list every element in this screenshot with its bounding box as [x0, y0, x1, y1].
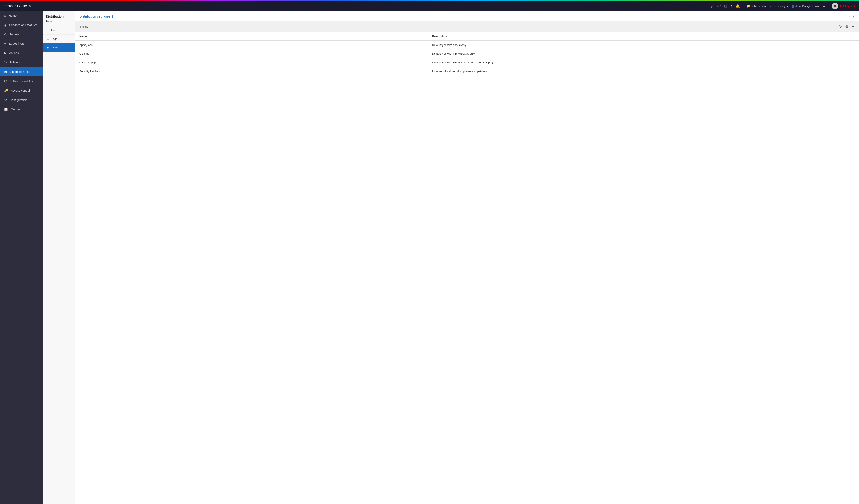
bosch-text: BOSCH [840, 4, 856, 9]
col-header-description: Description [428, 32, 859, 41]
sidebar-item-services[interactable]: ◈ Services and features [0, 20, 43, 30]
sidebar-label-home: Home [9, 14, 16, 17]
header: Bosch IoT Suite × ⇄ ☏ ⊞ § 🔔 📁 Subscripti… [0, 1, 859, 11]
bosch-circle-icon: B [832, 3, 838, 10]
sidebar-label-rollouts: Rollouts [10, 61, 20, 64]
subscription-nav[interactable]: 📁 Subscription [747, 4, 766, 8]
sidebar-label-actions: Actions [9, 51, 19, 55]
sidebar-icon-software-modules: ⬡ [4, 79, 7, 83]
sidebar-item-target-filters[interactable]: ⌖ Target filters [0, 39, 43, 48]
share-icon[interactable]: ⇄ [711, 4, 713, 8]
content-info-icon[interactable]: ℹ [112, 15, 113, 18]
sidebar-icon-target-filters: ⌖ [4, 42, 6, 46]
secondary-nav-label-types: Types [51, 46, 58, 49]
sidebar-label-software-modules: Software modules [10, 79, 33, 83]
sidebar-icon-configuration: ⚙ [4, 98, 7, 102]
distribution-set-types-table: NameDescription App(s) only Default type… [75, 32, 859, 76]
iot-manager-icon: 🖥 [769, 4, 772, 8]
sidebar-icon-actions: ▶ [4, 51, 7, 55]
table-head: NameDescription [75, 32, 859, 41]
sidebar-label-access-control: Access control [11, 89, 30, 92]
minimize-icon[interactable]: − [848, 15, 850, 18]
user-icon: 👤 [791, 4, 795, 8]
sidebar: ⌂ Home ◈ Services and features ◎ Targets… [0, 11, 43, 504]
user-nav[interactable]: 👤 John.Doe@domain.com [791, 4, 825, 8]
content-header: Distribution set types ℹ − ⤢ [75, 11, 859, 21]
sidebar-icon-access-control: 🔑 [4, 89, 9, 92]
sidebar-label-quotas: Quotas [11, 108, 20, 111]
sidebar-icon-home: ⌂ [4, 14, 6, 17]
secondary-panel: Distribution sets × ☰ List 🏷 Tags ⊞ Type… [43, 11, 75, 504]
cell-name-1: OS only [75, 49, 428, 58]
iot-manager-nav[interactable]: 🖥 IoT Manager [769, 4, 788, 8]
cell-desc-0: Default type with app(s) only. [428, 41, 859, 49]
col-header-name: Name [75, 32, 428, 41]
cell-desc-1: Default type with Firmware/OS only. [428, 49, 859, 58]
sidebar-label-services: Services and features [9, 24, 37, 27]
user-label: John.Doe@domain.com [796, 4, 825, 8]
secondary-panel-header: Distribution sets × [43, 11, 75, 26]
table-toolbar: 4 items ↻ ⚙ + [75, 21, 859, 32]
sidebar-item-software-modules[interactable]: ⬡ Software modules [0, 76, 43, 86]
table-row[interactable]: App(s) only Default type with app(s) onl… [75, 41, 859, 49]
table-container: NameDescription App(s) only Default type… [75, 32, 859, 504]
header-left: Bosch IoT Suite × [3, 4, 31, 8]
table-header-row: NameDescription [75, 32, 859, 41]
table-row[interactable]: OS only Default type with Firmware/OS on… [75, 49, 859, 58]
cell-desc-2: Default type with Firmware/OS and option… [428, 58, 859, 67]
app-close-icon[interactable]: × [29, 4, 31, 8]
phone-icon[interactable]: ☏ [717, 4, 721, 8]
secondary-nav-list[interactable]: ☰ List [43, 26, 75, 35]
maximize-icon[interactable]: ⤢ [852, 14, 855, 18]
sidebar-label-distribution-sets: Distribution sets [10, 70, 30, 74]
sidebar-icon-services: ◈ [4, 23, 7, 27]
iot-manager-label: IoT Manager [773, 4, 788, 8]
table-row[interactable]: Security Patches Includes critical secur… [75, 67, 859, 76]
subscription-label: Subscription [751, 4, 766, 8]
sidebar-icon-distribution-sets: ⊞ [4, 70, 7, 74]
items-count: 4 items [79, 25, 88, 28]
secondary-nav-tags[interactable]: 🏷 Tags [43, 35, 75, 43]
sidebar-item-home[interactable]: ⌂ Home [0, 11, 43, 20]
content-title-actions: − ⤢ [848, 14, 855, 21]
sidebar-item-distribution-sets[interactable]: ⊞ Distribution sets [0, 67, 43, 76]
sidebar-label-target-filters: Target filters [9, 42, 25, 45]
cell-name-2: OS with app(s) [75, 58, 428, 67]
cell-name-0: App(s) only [75, 41, 428, 49]
sidebar-icon-rollouts: ↻ [4, 60, 7, 64]
sidebar-item-quotas[interactable]: 📊 Quotas [0, 105, 43, 114]
header-divider-2 [828, 4, 828, 8]
secondary-panel-close-button[interactable]: × [71, 14, 73, 18]
bosch-logo: B BOSCH [832, 3, 856, 10]
sidebar-icon-quotas: 📊 [4, 107, 9, 111]
sidebar-item-configuration[interactable]: ⚙ Configuration [0, 95, 43, 105]
settings-button[interactable]: ⚙ [844, 24, 849, 29]
cell-name-3: Security Patches [75, 67, 428, 76]
table-body: App(s) only Default type with app(s) onl… [75, 41, 859, 76]
secondary-nav-types[interactable]: ⊞ Types [43, 43, 75, 52]
billing-icon[interactable]: § [730, 4, 732, 8]
toolbar-actions: ↻ ⚙ + [838, 24, 855, 30]
secondary-nav-icon-types: ⊞ [46, 46, 49, 49]
main-layout: ⌂ Home ◈ Services and features ◎ Targets… [0, 11, 859, 504]
table-row[interactable]: OS with app(s) Default type with Firmwar… [75, 58, 859, 67]
sidebar-item-actions[interactable]: ▶ Actions [0, 48, 43, 58]
bell-icon[interactable]: 🔔 [736, 4, 740, 8]
secondary-nav-label-list: List [51, 29, 55, 32]
panel-area: Distribution sets × ☰ List 🏷 Tags ⊞ Type… [43, 11, 859, 504]
content-area: Distribution set types ℹ − ⤢ 4 items ↻ ⚙… [75, 11, 859, 504]
sidebar-item-access-control[interactable]: 🔑 Access control [0, 86, 43, 95]
sidebar-label-configuration: Configuration [10, 98, 27, 102]
content-title: Distribution set types ℹ [79, 15, 113, 21]
secondary-nav-icon-tags: 🏷 [46, 37, 49, 41]
sidebar-item-rollouts[interactable]: ↻ Rollouts [0, 58, 43, 67]
sidebar-item-targets[interactable]: ◎ Targets [0, 30, 43, 39]
refresh-button[interactable]: ↻ [838, 24, 843, 29]
layout-icon[interactable]: ⊞ [724, 4, 727, 8]
secondary-nav-icon-list: ☰ [46, 29, 49, 32]
header-right: ⇄ ☏ ⊞ § 🔔 📁 Subscription 🖥 IoT Manager 👤… [711, 3, 856, 10]
app-title: Bosch IoT Suite [3, 4, 27, 8]
cell-desc-3: Includes critical security updates and p… [428, 67, 859, 76]
secondary-nav-label-tags: Tags [51, 37, 57, 41]
add-button[interactable]: + [850, 24, 855, 30]
